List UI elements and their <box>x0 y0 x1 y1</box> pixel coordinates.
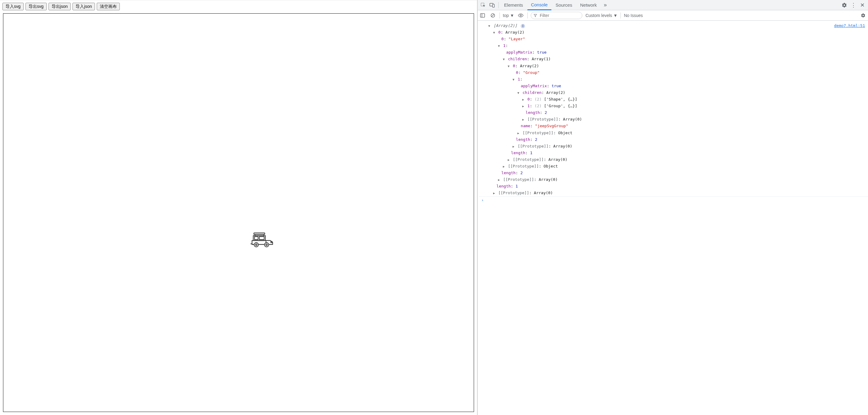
sidebar-toggle-icon[interactable] <box>479 12 486 19</box>
disclosure-triangle-icon[interactable] <box>497 42 501 49</box>
log-value[interactable]: "Layer" <box>508 37 525 41</box>
log-key[interactable]: 0 <box>498 30 501 35</box>
import-svg-button[interactable]: 导入svg <box>2 3 24 10</box>
log-value[interactable]: "jeepSvgGroup" <box>535 124 568 128</box>
disclosure-triangle-icon[interactable] <box>521 116 525 123</box>
log-key[interactable]: 0 <box>501 37 504 41</box>
jeep-icon[interactable] <box>250 232 274 249</box>
export-json-button[interactable]: 导出json <box>49 3 71 10</box>
log-value[interactable]: Array(0) <box>553 144 572 148</box>
clear-console-icon[interactable] <box>489 12 496 19</box>
log-value[interactable]: Object <box>544 164 558 168</box>
disclosure-triangle-icon[interactable] <box>521 103 525 109</box>
log-value[interactable]: Object <box>558 131 572 135</box>
clear-canvas-button[interactable]: 清空画布 <box>97 3 120 10</box>
tab-network[interactable]: Network <box>577 0 600 10</box>
log-value[interactable]: "Group" <box>523 70 540 75</box>
disclosure-triangle-icon[interactable] <box>502 56 505 62</box>
disclosure-triangle-icon[interactable] <box>502 163 505 170</box>
log-value[interactable]: Array(1) <box>532 57 551 61</box>
filter-icon <box>533 13 537 18</box>
devtools-tabbar: Elements Console Sources Network » ⋮ ✕ <box>478 0 868 10</box>
log-key[interactable]: length <box>501 171 516 175</box>
log-key[interactable]: children <box>523 90 542 95</box>
kebab-icon[interactable]: ⋮ <box>849 1 858 9</box>
log-value[interactable]: Array(2) <box>505 30 524 35</box>
log-key[interactable]: [[Prototype]] <box>503 177 534 182</box>
disclosure-triangle-icon[interactable] <box>492 189 496 196</box>
disclosure-triangle-icon[interactable] <box>507 63 510 69</box>
log-key[interactable]: 1 <box>527 104 530 108</box>
log-count: (2) <box>534 104 541 108</box>
log-key[interactable]: [[Prototype]] <box>498 191 529 195</box>
console-output[interactable]: demo7.html:51 [Array(2)] i 0: Array(2) 0… <box>478 21 868 415</box>
issues-button[interactable]: No Issues <box>624 13 643 18</box>
log-key[interactable]: name <box>521 124 530 128</box>
log-key[interactable]: length <box>526 110 540 115</box>
log-key[interactable]: 1 <box>503 43 505 48</box>
console-settings-icon[interactable] <box>860 12 867 19</box>
log-key[interactable]: applyMatrix <box>521 83 547 88</box>
log-key[interactable]: 0 <box>527 97 530 102</box>
log-key[interactable]: applyMatrix <box>506 50 532 55</box>
console-prompt[interactable]: › <box>479 196 868 204</box>
log-value[interactable]: Array(2) <box>546 90 565 95</box>
disclosure-triangle-icon[interactable] <box>517 130 520 136</box>
svg-rect-14 <box>271 241 272 243</box>
disclosure-triangle-icon[interactable] <box>521 96 525 103</box>
tab-console[interactable]: Console <box>527 0 551 10</box>
log-value[interactable]: Array(0) <box>548 157 567 162</box>
disclosure-triangle-icon[interactable] <box>507 156 510 163</box>
log-value[interactable]: Array(2) <box>520 64 539 68</box>
log-value[interactable]: 2 <box>535 137 537 142</box>
disclosure-triangle-icon[interactable] <box>487 23 491 29</box>
log-value[interactable]: true <box>552 83 561 88</box>
log-key[interactable]: 0 <box>513 64 515 68</box>
more-tabs-icon[interactable]: » <box>601 1 610 9</box>
disclosure-triangle-icon[interactable] <box>492 29 496 36</box>
log-key[interactable]: [[Prototype]] <box>518 144 549 148</box>
import-json-button[interactable]: 导入json <box>72 3 95 10</box>
device-toolbar-icon[interactable] <box>488 1 496 9</box>
svg-point-12 <box>266 244 268 245</box>
log-value[interactable]: Array(0) <box>563 117 582 122</box>
log-value[interactable]: ['Group', {…}] <box>544 104 578 108</box>
filter-input-wrap[interactable] <box>531 12 582 19</box>
disclosure-triangle-icon[interactable] <box>512 143 515 150</box>
log-key[interactable]: children <box>508 57 527 61</box>
export-svg-button[interactable]: 导出svg <box>26 3 47 10</box>
tab-sources[interactable]: Sources <box>552 0 576 10</box>
tab-elements[interactable]: Elements <box>500 0 527 10</box>
live-expression-icon[interactable] <box>517 12 524 19</box>
log-root[interactable]: [Array(2)] <box>493 23 517 28</box>
log-key[interactable]: 0 <box>516 70 518 75</box>
log-key[interactable]: 1 <box>518 77 520 81</box>
log-value[interactable]: Array(0) <box>534 191 553 195</box>
disclosure-triangle-icon[interactable] <box>497 176 501 183</box>
log-value[interactable]: 2 <box>521 171 523 175</box>
log-key[interactable]: [[Prototype]] <box>527 117 558 122</box>
filter-input[interactable] <box>539 13 580 18</box>
log-value[interactable]: 1 <box>516 184 518 188</box>
close-devtools-icon[interactable]: ✕ <box>858 1 867 9</box>
info-icon[interactable]: i <box>521 24 525 28</box>
log-value[interactable]: ['Shape', {…}] <box>544 97 578 102</box>
log-value[interactable]: Array(0) <box>539 177 558 182</box>
log-key[interactable]: length <box>511 150 525 155</box>
log-key[interactable]: length <box>516 137 530 142</box>
execution-context-selector[interactable]: top ▼ <box>503 13 514 18</box>
log-value[interactable]: 1 <box>530 150 533 155</box>
log-key[interactable]: [[Prototype]] <box>513 157 544 162</box>
log-key[interactable]: [[Prototype]] <box>508 164 539 168</box>
canvas-area[interactable] <box>3 13 474 412</box>
log-key[interactable]: length <box>496 184 511 188</box>
log-value[interactable]: true <box>537 50 547 55</box>
settings-icon[interactable] <box>840 1 848 9</box>
log-key[interactable]: [[Prototype]] <box>523 131 554 135</box>
log-levels-selector[interactable]: Custom levels ▼ <box>585 13 618 18</box>
inspect-icon[interactable] <box>479 1 487 9</box>
log-value[interactable]: 2 <box>545 110 547 115</box>
source-link[interactable]: demo7.html:51 <box>834 23 865 29</box>
disclosure-triangle-icon[interactable] <box>517 90 520 96</box>
disclosure-triangle-icon[interactable] <box>512 76 515 83</box>
